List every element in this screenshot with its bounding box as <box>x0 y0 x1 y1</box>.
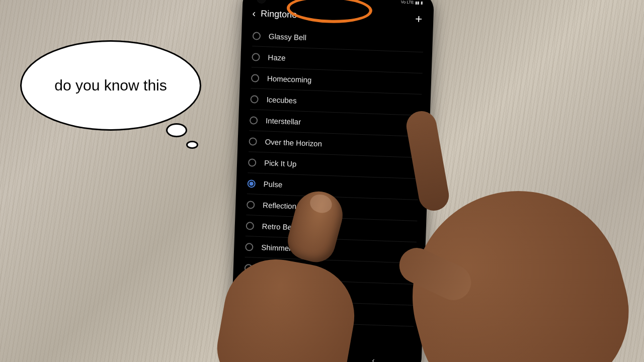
network-icon: Vo LTE <box>401 0 414 5</box>
battery-icon: ▮ <box>421 0 423 5</box>
ringtone-label: Over the Horizon <box>265 137 322 148</box>
signal-icon: ▮▮ <box>415 0 419 5</box>
back-icon[interactable]: ‹ <box>252 8 261 20</box>
radio-icon[interactable] <box>250 116 258 125</box>
speech-tail <box>166 123 187 137</box>
ringtone-label: Icecubes <box>266 95 297 105</box>
thumb-on-screen <box>284 186 348 266</box>
left-hand <box>171 191 372 362</box>
ringtone-label: Haze <box>268 53 286 62</box>
ringtone-label: Glassy Bell <box>269 32 307 42</box>
radio-icon[interactable] <box>248 158 257 167</box>
speech-text: do you know this <box>54 77 167 94</box>
radio-icon[interactable] <box>253 32 261 40</box>
radio-icon[interactable] <box>251 74 260 82</box>
radio-icon[interactable] <box>249 137 257 146</box>
ringtone-label: Pulse <box>263 179 282 189</box>
speech-bubble: do you know this <box>20 40 201 131</box>
right-hand <box>362 141 624 362</box>
ringtone-label: Interstellar <box>266 116 301 126</box>
radio-icon[interactable] <box>252 53 260 61</box>
speech-tail <box>186 141 198 149</box>
ringtone-label: Homecoming <box>267 74 312 84</box>
ringtone-label: Pick It Up <box>264 158 297 168</box>
page-title: Ringtone <box>261 8 297 20</box>
radio-icon[interactable] <box>250 95 259 104</box>
radio-icon[interactable] <box>247 179 256 188</box>
add-icon[interactable]: + <box>415 12 423 26</box>
